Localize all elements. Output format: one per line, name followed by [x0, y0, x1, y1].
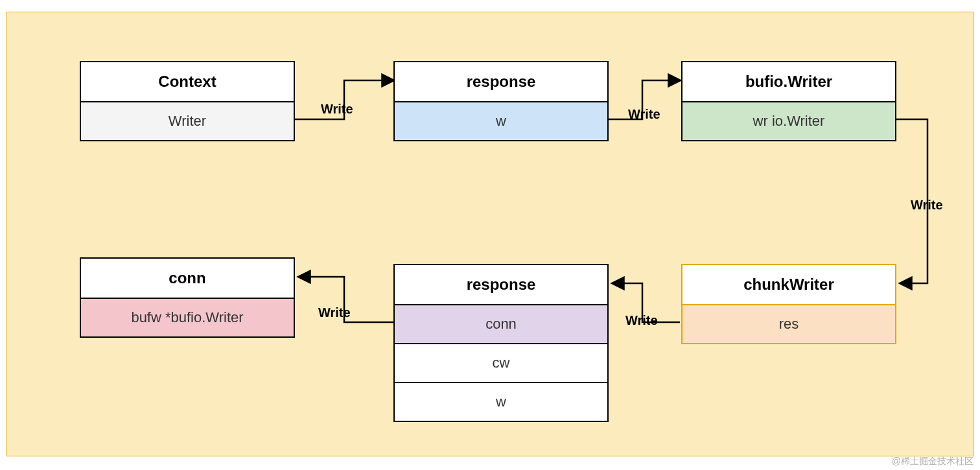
edge-label-4: Write [625, 313, 658, 328]
box-response-top: response w [393, 61, 609, 141]
box-context-title: Context [81, 62, 294, 101]
box-context-field-0: Writer [81, 101, 294, 140]
box-bufio-writer-title: bufio.Writer [682, 62, 895, 101]
box-response-bottom: response conn cw w [393, 264, 609, 422]
diagram-canvas: Context Writer response w bufio.Writer w… [6, 12, 974, 456]
box-bufio-writer: bufio.Writer wr io.Writer [681, 61, 896, 141]
edge-label-5: Write [318, 305, 351, 320]
box-response-top-field-0: w [395, 101, 607, 140]
box-response-bottom-title: response [395, 265, 607, 304]
box-conn-field-0: bufw *bufio.Writer [81, 298, 294, 336]
box-response-bottom-field-1: cw [395, 343, 607, 382]
box-bufio-writer-field-0: wr io.Writer [682, 101, 895, 140]
box-response-bottom-field-2: w [395, 382, 607, 421]
watermark: @稀土掘金技术社区 [892, 456, 974, 467]
box-conn-title: conn [81, 259, 294, 298]
box-chunk-writer-title: chunkWriter [682, 265, 895, 304]
box-response-top-title: response [395, 62, 607, 101]
edge-label-2: Write [628, 107, 660, 122]
edge-label-1: Write [321, 102, 353, 117]
box-chunk-writer: chunkWriter res [681, 264, 896, 344]
box-context: Context Writer [80, 61, 295, 141]
box-response-bottom-field-0: conn [395, 304, 607, 343]
box-chunk-writer-field-0: res [682, 304, 895, 343]
edge-label-3: Write [911, 198, 943, 213]
box-conn: conn bufw *bufio.Writer [80, 257, 295, 338]
